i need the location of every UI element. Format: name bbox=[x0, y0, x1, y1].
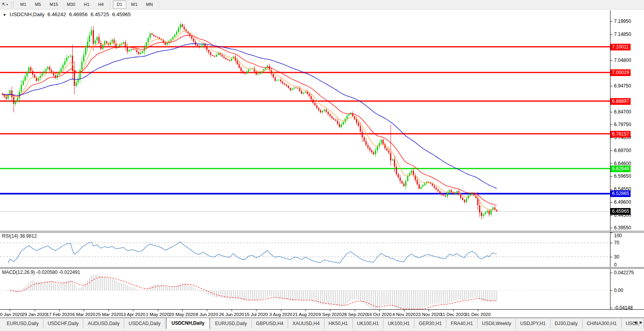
candle-up bbox=[218, 53, 219, 55]
chart-tab-uk100-h1[interactable]: UK100,H1 bbox=[353, 319, 384, 329]
chart-tab-eurusd-daily[interactable]: EURUSD,Daily bbox=[211, 319, 252, 329]
candle-down bbox=[242, 71, 243, 72]
level-price-label: 6.52865 bbox=[610, 190, 631, 197]
candle-down bbox=[339, 124, 340, 127]
candle-down bbox=[225, 58, 227, 59]
price-tick bbox=[610, 215, 612, 216]
candle-down bbox=[6, 97, 7, 99]
chart-mode-dropdown-icon[interactable]: ⇱ ▾ bbox=[1, 2, 9, 7]
candle-up bbox=[487, 211, 488, 213]
candle-up bbox=[60, 69, 62, 72]
collapse-ohlc-icon[interactable]: ▼ bbox=[3, 13, 6, 17]
panel-splitter[interactable] bbox=[0, 267, 644, 269]
chart-tab-china300-h1[interactable]: CHINA300,H1 bbox=[582, 319, 622, 329]
candle-down bbox=[284, 83, 285, 84]
candle-down bbox=[189, 33, 191, 36]
chart-tab-usoil-weekly[interactable]: USOil,Weekly bbox=[477, 319, 516, 329]
chart-tab-ger30-h1[interactable]: GER30,H1 bbox=[414, 319, 446, 329]
toolbar-grip-handle[interactable] bbox=[11, 2, 13, 8]
candle-up bbox=[422, 185, 423, 187]
candle-up bbox=[117, 46, 118, 47]
chart-tab-gbpusd-h4[interactable]: GBPUSD,H4 bbox=[252, 319, 288, 329]
candle-down bbox=[358, 123, 359, 126]
chart-tab-xauusd-h4[interactable]: XAUUSD,H4 bbox=[288, 319, 324, 329]
chart-tab-uk100-h1[interactable]: UK100,H1 bbox=[384, 319, 414, 329]
timeframe-button-m15[interactable]: M15 bbox=[46, 0, 62, 9]
chart-tab-usdcad-daily[interactable]: USDCAD,Daily bbox=[124, 319, 165, 329]
candle-up bbox=[97, 37, 98, 40]
price-chart-canvas[interactable] bbox=[0, 10, 610, 231]
timeframe-button-m1[interactable]: M1 bbox=[16, 0, 30, 9]
candle-up bbox=[305, 91, 306, 93]
timeframe-button-w1[interactable]: W1 bbox=[127, 0, 142, 9]
candle-up bbox=[343, 122, 344, 125]
candle-up bbox=[87, 42, 88, 48]
macd-chart-canvas[interactable] bbox=[0, 269, 610, 309]
chart-tab-audusd-daily[interactable]: AUDUSD,Daily bbox=[83, 319, 124, 329]
candle-down bbox=[438, 190, 439, 192]
candle-down bbox=[106, 41, 107, 43]
date-tick bbox=[379, 310, 380, 311]
candle-up bbox=[424, 183, 425, 185]
candle-down bbox=[197, 45, 198, 46]
price-tick bbox=[610, 34, 612, 35]
candle-down bbox=[331, 116, 333, 118]
rsi-chart-canvas[interactable] bbox=[0, 232, 610, 267]
ohlc-close: 6.45965 bbox=[112, 11, 131, 17]
candle-down bbox=[441, 193, 442, 195]
timeframe-button-m5[interactable]: M5 bbox=[31, 0, 45, 9]
candle-down bbox=[326, 110, 327, 112]
chart-tab-fra40-h1[interactable]: FRA40,H1 bbox=[446, 319, 477, 329]
candle-up bbox=[265, 68, 266, 70]
candle-down bbox=[136, 50, 137, 52]
candle-down bbox=[367, 145, 369, 148]
candle-up bbox=[131, 49, 132, 50]
candle-down bbox=[191, 36, 193, 39]
candle-down bbox=[13, 97, 14, 104]
panel-splitter[interactable] bbox=[0, 231, 644, 232]
candle-down bbox=[382, 140, 384, 144]
chart-tab-dj30-daily[interactable]: DJ30,Daily bbox=[550, 319, 582, 329]
candle-down bbox=[313, 100, 314, 103]
candle-down bbox=[214, 56, 215, 57]
chart-tab-bar: EURUSD,DailyUSDCHF,DailyAUDUSD,DailyUSDC… bbox=[0, 318, 644, 329]
date-tick bbox=[453, 310, 453, 311]
chart-tab-usdcnh-daily[interactable]: USDCNH,Daily bbox=[166, 318, 210, 329]
candle-up bbox=[102, 45, 103, 49]
candle-down bbox=[280, 80, 281, 82]
candle-down bbox=[417, 180, 418, 184]
candle-up bbox=[180, 24, 181, 28]
timeframe-button-h4[interactable]: H4 bbox=[94, 0, 108, 9]
tab-scroll-left-icon[interactable]: ◀ bbox=[634, 320, 637, 324]
candle-down bbox=[127, 47, 128, 52]
candle-up bbox=[246, 72, 247, 74]
candle-up bbox=[123, 42, 124, 43]
timeframe-button-d1[interactable]: D1 bbox=[113, 0, 126, 9]
candle-down bbox=[152, 33, 153, 35]
date-tick bbox=[330, 310, 330, 311]
chart-tab-eurusd-daily[interactable]: EURUSD,Daily bbox=[2, 319, 43, 329]
chart-tab-usdchf-daily[interactable]: USDCHF,Daily bbox=[43, 319, 84, 329]
candle-up bbox=[172, 37, 174, 39]
candle-up bbox=[324, 110, 325, 111]
price-tick-label: 6.79750 bbox=[614, 122, 631, 127]
candle-down bbox=[439, 191, 440, 193]
timeframe-button-m30[interactable]: M30 bbox=[63, 0, 79, 9]
candle-down bbox=[388, 151, 389, 153]
timeframe-button-h1[interactable]: H1 bbox=[80, 0, 94, 9]
level-price-label: 7.00029 bbox=[610, 69, 631, 76]
candle-down bbox=[356, 119, 357, 123]
candle-up bbox=[129, 50, 130, 51]
price-tick-label: 6.59650 bbox=[614, 173, 631, 179]
timeframe-button-mn[interactable]: MN bbox=[142, 0, 157, 9]
tab-scroll-right-icon[interactable]: ▶ bbox=[640, 320, 642, 324]
candle-down bbox=[460, 195, 461, 198]
chart-tab-hk50-h1[interactable]: HK50,H1 bbox=[324, 319, 353, 329]
macd-tick-label: -0.04148 bbox=[614, 305, 633, 311]
candle-up bbox=[392, 159, 393, 160]
time-axis[interactable]: 10 Jan 202029 Jan 202017 Feb 20206 Mar 2… bbox=[0, 309, 644, 318]
candle-up bbox=[112, 40, 113, 43]
chart-tab-usdjpy-h1[interactable]: USDJPY,H1 bbox=[516, 319, 550, 329]
candle-down bbox=[496, 210, 497, 211]
price-tick-label: 7.14850 bbox=[614, 32, 631, 37]
